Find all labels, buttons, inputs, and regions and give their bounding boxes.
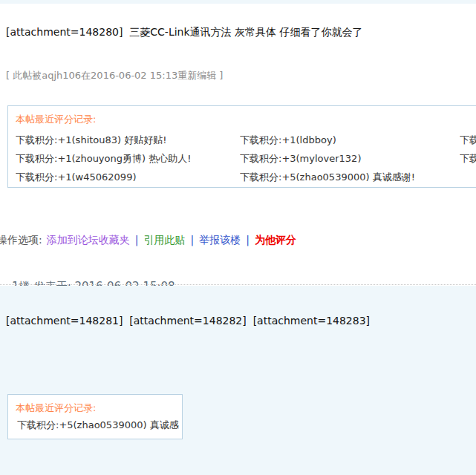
rate-user-link[interactable]: 为他评分 xyxy=(255,234,296,246)
quote-post-link[interactable]: 引用此贴 xyxy=(143,234,185,246)
rating-box-title: 本帖最近评分记录: xyxy=(16,402,96,415)
rating-entry: 下载积分: xyxy=(460,131,476,149)
rating-entry: 下载积分:+5(zhao0539000) 真诚感谢! xyxy=(240,168,460,186)
rating-entry: 下载积分:+1(ldbboy) xyxy=(240,131,460,149)
rating-entry xyxy=(460,168,476,186)
rating-row: 下载积分:+1(w45062099) 下载积分:+5(zhao0539000) … xyxy=(16,168,476,186)
rating-entry: 下载积分:+3(mylover132) xyxy=(240,149,460,168)
rating-entry: 下载积分:+1(zhouyong勇博) 热心助人! xyxy=(16,149,240,168)
rating-row: 下载积分:+1(shitou83) 好贴好贴! 下载积分:+1(ldbboy) … xyxy=(16,131,476,149)
rating-entry: 下载积分:+5(zhao0539000) 真诚感 xyxy=(17,419,180,432)
rating-records-box-small: 本帖最近评分记录: 下载积分:+5(zhao0539000) 真诚感 xyxy=(7,394,183,439)
attachments-line: [attachment=148281] [attachment=148282] … xyxy=(6,315,370,327)
rating-entry: 下载积分:+1(shitou83) 好贴好贴! xyxy=(16,131,240,149)
actions-label: 操作选项: xyxy=(0,234,42,246)
forum-post-page: [attachment=148280] 三菱CC-Link通讯方法 灰常具体 仔… xyxy=(0,0,476,475)
rating-records-box: 本帖最近评分记录: 下载积分:+1(shitou83) 好贴好贴! 下载积分:+… xyxy=(7,105,476,188)
post-edit-note: [ 此帖被aqjh106在2016-06-02 15:13重新编辑 ] xyxy=(6,69,223,82)
floor-dotted-divider xyxy=(0,284,476,285)
post-title: [attachment=148280] 三菱CC-Link通讯方法 灰常具体 仔… xyxy=(6,26,363,39)
rating-box-title: 本帖最近评分记录: xyxy=(16,113,96,126)
rating-rows: 下载积分:+1(shitou83) 好贴好贴! 下载积分:+1(ldbboy) … xyxy=(16,131,476,186)
floor-content-section: [attachment=148281] [attachment=148282] … xyxy=(0,286,476,475)
action-separator: | xyxy=(246,234,250,246)
action-separator: | xyxy=(190,234,194,246)
rating-entry: 下载积分:+1(w45062099) xyxy=(16,168,240,186)
rating-entry: 下载积分: xyxy=(460,149,476,168)
post-actions-row: 操作选项:添加到论坛收藏夹|引用此贴|举报该楼|为他评分 xyxy=(0,234,296,246)
action-separator: | xyxy=(135,234,139,246)
section-divider-top xyxy=(0,0,476,4)
add-to-favorites-link[interactable]: 添加到论坛收藏夹 xyxy=(47,234,130,246)
report-post-link[interactable]: 举报该楼 xyxy=(199,234,241,246)
rating-row: 下载积分:+1(zhouyong勇博) 热心助人! 下载积分:+3(mylove… xyxy=(16,149,476,168)
